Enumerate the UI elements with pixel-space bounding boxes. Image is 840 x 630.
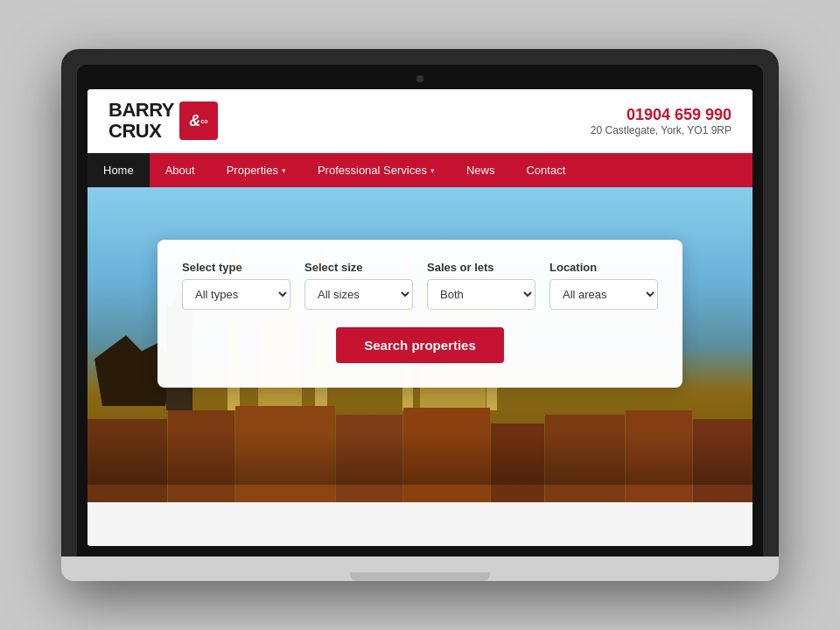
size-label: Select size — [304, 261, 413, 274]
address: 20 Castlegate, York, YO1 9RP — [591, 124, 732, 136]
size-field-group: Select size All sizes Small Medium Large — [304, 261, 413, 310]
professional-services-chevron-icon: ▾ — [430, 166, 435, 175]
search-properties-button[interactable]: Search properties — [336, 327, 504, 363]
logo-area: BARRY CRUX & co — [108, 100, 218, 142]
properties-chevron-icon: ▾ — [282, 166, 286, 175]
site-header: BARRY CRUX & co 01904 659 990 20 Castleg… — [88, 89, 752, 153]
sales-field-group: Sales or lets Both Sales Lets — [427, 261, 536, 310]
size-select[interactable]: All sizes Small Medium Large — [304, 279, 413, 310]
type-select[interactable]: All types Residential Commercial — [182, 279, 290, 310]
location-label: Location — [550, 261, 658, 274]
site-nav: Home About Properties ▾ Professional Ser… — [88, 153, 752, 187]
webcam — [416, 75, 424, 82]
sales-label: Sales or lets — [427, 261, 536, 274]
sales-select[interactable]: Both Sales Lets — [427, 279, 536, 310]
logo-name: BARRY CRUX — [108, 100, 174, 142]
type-label: Select type — [182, 261, 290, 274]
nav-properties[interactable]: Properties ▾ — [211, 153, 302, 187]
logo-icon: & co — [179, 102, 218, 140]
site-footer-bar — [88, 502, 752, 546]
nav-professional-services[interactable]: Professional Services ▾ — [302, 153, 451, 187]
location-select[interactable]: All areas York Harrogate Leeds — [550, 279, 658, 310]
contact-info: 01904 659 990 20 Castlegate, York, YO1 9… — [591, 106, 732, 136]
search-box: Select type All types Residential Commer… — [158, 240, 682, 388]
location-field-group: Location All areas York Harrogate Leeds — [550, 261, 658, 310]
search-fields: Select type All types Residential Commer… — [182, 261, 658, 310]
phone-number: 01904 659 990 — [591, 106, 732, 124]
nav-about[interactable]: About — [150, 153, 211, 187]
type-field-group: Select type All types Residential Commer… — [182, 261, 290, 310]
laptop-screen: BARRY CRUX & co 01904 659 990 20 Castleg… — [88, 89, 752, 546]
nav-contact[interactable]: Contact — [510, 153, 581, 187]
search-btn-row: Search properties — [182, 327, 658, 363]
laptop-base — [61, 556, 779, 581]
logo-text-block: BARRY CRUX — [108, 100, 174, 142]
nav-home[interactable]: Home — [88, 153, 150, 187]
laptop-frame: BARRY CRUX & co 01904 659 990 20 Castleg… — [61, 49, 779, 581]
hero-section: Select type All types Residential Commer… — [88, 187, 752, 502]
screen-bezel: BARRY CRUX & co 01904 659 990 20 Castleg… — [77, 65, 763, 556]
building-shadow — [88, 432, 752, 485]
nav-news[interactable]: News — [451, 153, 511, 187]
